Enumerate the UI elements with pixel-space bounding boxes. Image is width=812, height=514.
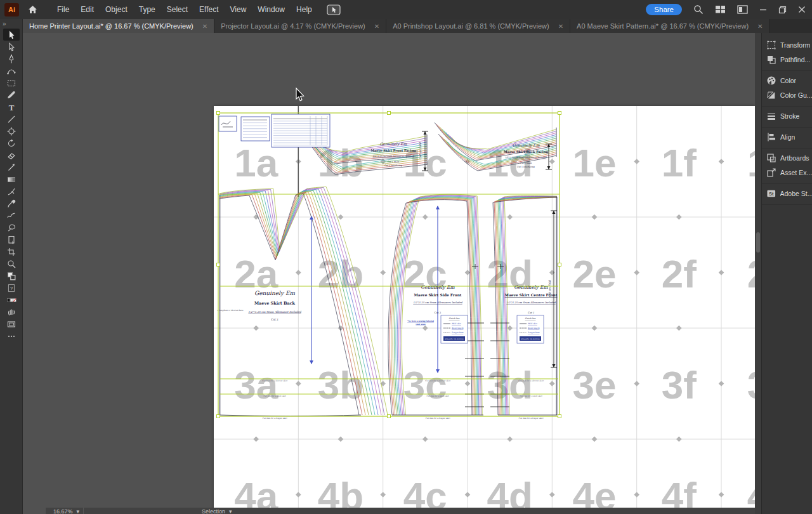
- smooth-tool[interactable]: [3, 209, 20, 221]
- selection-tool[interactable]: [3, 29, 20, 41]
- panel-adobest[interactable]: StAdobe St...: [762, 186, 812, 201]
- document-tab-3[interactable]: A0 Printshop Layout.ai @ 6.81 % (CMYK/Pr…: [386, 19, 570, 33]
- more-tools[interactable]: [3, 330, 20, 342]
- vertical-scrollbar[interactable]: [755, 33, 761, 514]
- line-segment-tool[interactable]: [3, 113, 20, 125]
- artboard[interactable]: 1a1b1c1d1e1f12a2b2c2d2e2f23a3b3c3d3e3f34…: [214, 106, 755, 514]
- artboards-icon: [766, 152, 777, 164]
- panel-artboards[interactable]: Artboards: [762, 150, 812, 165]
- zoom-level[interactable]: 16.67%: [53, 508, 73, 514]
- panel-stroke[interactable]: Stroke: [762, 109, 812, 123]
- lasso-tool[interactable]: [3, 221, 20, 234]
- shaper-tool[interactable]: [3, 125, 20, 137]
- zoom-tool[interactable]: [3, 258, 20, 270]
- share-screen-icon[interactable]: [327, 4, 341, 15]
- scrollbar-thumb[interactable]: [756, 232, 760, 253]
- draw-mode[interactable]: ?: [3, 282, 20, 294]
- panel-assetex[interactable]: Asset Ex...: [762, 165, 812, 180]
- document-tab-2[interactable]: Projector Layout.ai @ 4.17 % (CMYK/Previ…: [214, 19, 386, 33]
- document-tab-1[interactable]: Home Printer Layout.ai* @ 16.67 % (CMYK/…: [23, 19, 214, 33]
- svg-text:Cut on Fold: Cut on Fold: [419, 142, 422, 160]
- color-icon: [766, 75, 777, 86]
- share-button[interactable]: Share: [646, 4, 682, 15]
- direct-selection-tool[interactable]: [3, 41, 20, 53]
- svg-text:2f: 2f: [662, 252, 697, 296]
- svg-text:1e: 1e: [573, 141, 617, 185]
- tool-caret-icon[interactable]: ▾: [229, 508, 232, 514]
- svg-text:Cut 2: Cut 2: [271, 318, 278, 321]
- svg-text:1: 1: [747, 141, 755, 185]
- gradient-tool[interactable]: [3, 173, 20, 185]
- toolbar-expand-icon[interactable]: »: [0, 19, 9, 29]
- document-tab-bar: Home Printer Layout.ai* @ 16.67 % (CMYK/…: [23, 19, 812, 33]
- workspace-switcher-icon[interactable]: [715, 5, 726, 14]
- menu-window[interactable]: Window: [252, 2, 291, 17]
- canvas-area[interactable]: 1a1b1c1d1e1f12a2b2c2d2e2f23a3b3c3d3e3f34…: [23, 33, 755, 514]
- close-button[interactable]: [798, 6, 806, 13]
- eyedropper-tool[interactable]: [3, 197, 20, 209]
- minimize-button[interactable]: [759, 6, 767, 13]
- svg-text:Knee length: Knee length: [452, 327, 463, 329]
- panel-pathfind[interactable]: Pathfind...: [762, 52, 812, 67]
- pen-tool[interactable]: [3, 53, 20, 65]
- svg-text:3c: 3c: [403, 363, 447, 407]
- color-swatches[interactable]: [3, 294, 20, 306]
- menu-object[interactable]: Object: [100, 2, 133, 17]
- hand-tool[interactable]: [3, 306, 20, 318]
- current-tool-label[interactable]: Selection: [202, 508, 225, 514]
- svg-text:Genuinely Em: Genuinely Em: [380, 142, 407, 147]
- menu-help[interactable]: Help: [291, 2, 318, 17]
- tab-close-icon[interactable]: ✕: [202, 23, 207, 30]
- svg-text:Cut line for a longer skirt: Cut line for a longer skirt: [426, 417, 451, 419]
- zoom-caret-icon[interactable]: ▾: [77, 508, 80, 514]
- rectangle-tool[interactable]: [3, 77, 20, 89]
- svg-text:Cut line for a longer skirt: Cut line for a longer skirt: [519, 417, 544, 419]
- panel-colorgu[interactable]: Color Gu...: [762, 88, 812, 102]
- tab-close-icon[interactable]: ✕: [558, 23, 563, 30]
- page-tool[interactable]: [3, 234, 20, 246]
- paintbrush-tool[interactable]: [3, 89, 20, 101]
- screen-mode[interactable]: [3, 318, 20, 330]
- rotate-tool[interactable]: [3, 137, 20, 149]
- svg-text:1/2"/1.25 cm Seam Allowances I: 1/2"/1.25 cm Seam Allowances Included: [506, 301, 556, 304]
- panel-color[interactable]: Color: [762, 73, 812, 88]
- home-icon[interactable]: [28, 5, 37, 14]
- document-tab-4[interactable]: A0 Maeve Skirt Pattern.ai* @ 16.67 % (CM…: [570, 19, 769, 33]
- fill-stroke-swatch[interactable]: [3, 270, 20, 282]
- menu-file[interactable]: File: [51, 2, 75, 17]
- svg-text:Genuinely Em: Genuinely Em: [514, 284, 548, 290]
- svg-text:St: St: [769, 190, 774, 196]
- status-bar: 16.67% ▾ Selection ▾: [46, 508, 755, 514]
- svg-text:Cut 2: Cut 2: [435, 311, 442, 314]
- arrange-documents-icon[interactable]: [737, 5, 748, 14]
- panel-align[interactable]: Align: [762, 129, 812, 144]
- svg-text:1/2"/1.25 cm Seam Allowances I: 1/2"/1.25 cm Seam Allowances Included: [505, 156, 546, 159]
- svg-text:Cut line for a longer skirt: Cut line for a longer skirt: [263, 417, 288, 419]
- panel-transform[interactable]: Transform: [762, 37, 812, 52]
- search-icon[interactable]: [693, 4, 704, 15]
- svg-text:2: 2: [747, 252, 755, 296]
- app-logo-icon[interactable]: Ai: [4, 3, 19, 16]
- eraser-tool[interactable]: [3, 149, 20, 161]
- knife-tool[interactable]: [3, 185, 20, 197]
- tab-close-icon[interactable]: ✕: [374, 23, 379, 30]
- svg-text:3d: 3d: [487, 363, 533, 407]
- svg-text:Cut line for a shorter skirt: Cut line for a shorter skirt: [518, 379, 544, 382]
- svg-text:Cut 1 Main: Cut 1 Main: [520, 162, 532, 164]
- scale-tool[interactable]: [3, 161, 20, 173]
- menu-select[interactable]: Select: [161, 2, 193, 17]
- svg-text:Longer hem: Longer hem: [452, 331, 464, 334]
- tab-close-icon[interactable]: ✕: [757, 23, 763, 30]
- slice-tool[interactable]: [3, 246, 20, 258]
- menu-view[interactable]: View: [225, 2, 252, 17]
- type-tool[interactable]: T: [3, 101, 20, 113]
- menu-edit[interactable]: Edit: [75, 2, 100, 17]
- restore-button[interactable]: [778, 6, 787, 14]
- illustrator-window: Ai FileEditObjectTypeSelectEffectViewWin…: [0, 0, 812, 514]
- svg-text:Knee length: Knee length: [528, 327, 539, 329]
- curvature-tool[interactable]: [3, 65, 20, 77]
- menu-effect[interactable]: Effect: [193, 2, 224, 17]
- menu-type[interactable]: Type: [133, 2, 161, 17]
- svg-text:Cut line for a midi skirt: Cut line for a midi skirt: [263, 395, 286, 397]
- svg-text:?: ?: [10, 286, 13, 291]
